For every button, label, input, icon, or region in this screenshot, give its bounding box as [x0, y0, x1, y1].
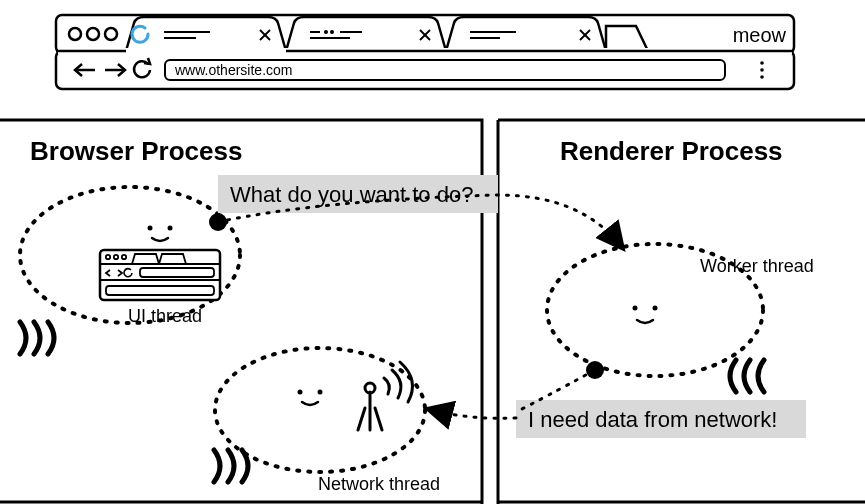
url-text: www.othersite.com [174, 62, 292, 78]
svg-point-45 [633, 306, 638, 311]
ui-thread: UI thread [20, 187, 240, 354]
svg-line-42 [358, 408, 365, 430]
network-thread-label: Network thread [318, 474, 440, 494]
svg-point-38 [298, 390, 303, 395]
svg-point-6 [330, 30, 334, 34]
browser-tab-2[interactable] [286, 17, 446, 51]
svg-line-43 [375, 408, 382, 430]
arrow-answer-b [432, 410, 516, 418]
svg-point-39 [318, 390, 323, 395]
renderer-process-box: Renderer Process [498, 120, 865, 504]
speech-answer: I need data from network! [516, 400, 806, 438]
svg-point-46 [653, 306, 658, 311]
motion-chevrons-icon [730, 360, 764, 392]
svg-point-22 [760, 75, 764, 79]
svg-point-21 [760, 68, 764, 72]
browser-brand: meow [733, 24, 787, 46]
svg-point-5 [324, 30, 328, 34]
browser-tab-1[interactable] [126, 17, 286, 51]
motion-chevrons-icon [214, 450, 248, 482]
browser-process-title: Browser Process [30, 136, 242, 166]
motion-chevrons-icon [20, 322, 54, 354]
speech-question-text: What do you want to do? [230, 182, 473, 207]
worker-thread-label: Worker thread [700, 256, 814, 276]
svg-point-28 [168, 226, 173, 231]
ui-thread-label: UI thread [128, 306, 202, 326]
speech-answer-text: I need data from network! [528, 407, 777, 432]
browser-tab-3[interactable] [446, 17, 606, 51]
renderer-process-title: Renderer Process [560, 136, 783, 166]
radio-antenna-icon [358, 362, 413, 430]
svg-point-41 [365, 383, 375, 393]
svg-point-20 [760, 61, 764, 65]
svg-point-27 [148, 226, 153, 231]
worker-thread: Worker thread [547, 244, 814, 392]
browser-window: meow www.othersite.com [56, 15, 794, 89]
menu-icon[interactable] [760, 61, 764, 79]
diagram-root: meow www.othersite.com [0, 0, 865, 504]
speech-question: What do you want to do? [218, 175, 498, 213]
mini-browser-icon [100, 250, 220, 300]
network-thread: Network thread [214, 348, 440, 494]
